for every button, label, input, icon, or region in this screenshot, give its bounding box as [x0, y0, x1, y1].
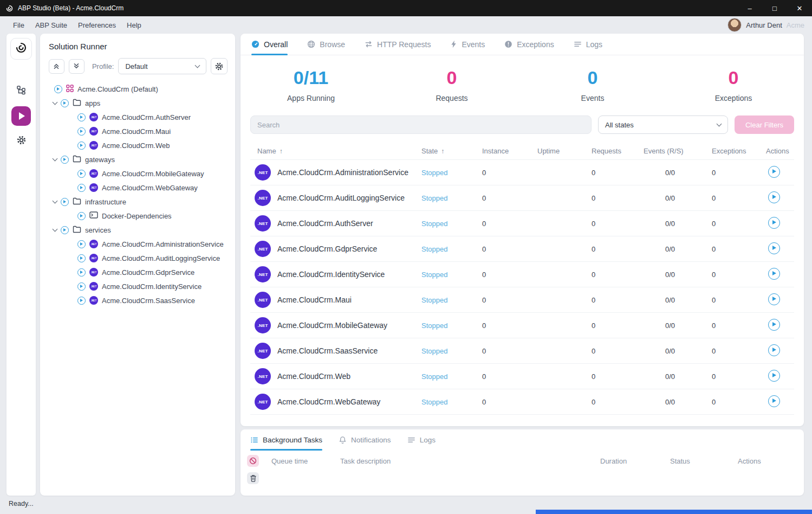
tree-item-mobilegateway[interactable]: .NET Acme.CloudCrm.MobileGateway	[40, 166, 235, 181]
header-name[interactable]: Name↑	[250, 147, 419, 155]
play-circle-icon[interactable]	[61, 226, 69, 234]
start-app-button[interactable]	[768, 344, 780, 356]
play-circle-icon[interactable]	[54, 85, 62, 93]
tree-item-identityservice[interactable]: .NET Acme.CloudCrm.IdentityService	[40, 279, 235, 293]
cancel-tasks-button[interactable]	[247, 455, 259, 467]
play-circle-icon[interactable]	[77, 170, 86, 178]
play-circle-icon[interactable]	[77, 142, 86, 150]
tab-background-tasks[interactable]: Background Tasks	[250, 429, 322, 450]
table-row[interactable]: .NETAcme.CloudCrm.WebGateway Stopped 0 0…	[250, 389, 794, 415]
chevron-down-icon[interactable]	[53, 198, 58, 203]
avatar[interactable]	[727, 18, 742, 32]
start-app-button[interactable]	[768, 293, 780, 305]
tab-http-requests[interactable]: HTTP Requests	[365, 34, 431, 55]
header-state[interactable]: State↑	[419, 147, 480, 155]
menu-help[interactable]: Help	[121, 19, 147, 31]
play-circle-icon[interactable]	[77, 282, 86, 291]
maximize-button[interactable]: □	[762, 0, 787, 16]
table-row[interactable]: .NETAcme.CloudCrm.Web Stopped 0 0 0/0 0	[250, 364, 794, 389]
header-uptime[interactable]: Uptime	[535, 147, 589, 155]
menu-abp-suite[interactable]: ABP Suite	[30, 19, 73, 31]
tree-item-label: infrastructure	[85, 198, 126, 206]
chevron-down-icon[interactable]	[53, 156, 58, 161]
solution-runner-button[interactable]	[11, 106, 31, 126]
play-circle-icon[interactable]	[61, 156, 69, 164]
table-row[interactable]: .NETAcme.CloudCrm.AuditLoggingService St…	[250, 185, 794, 211]
play-circle-icon[interactable]	[77, 212, 86, 220]
tab-events[interactable]: Events	[450, 34, 485, 55]
settings-button[interactable]	[11, 131, 31, 151]
play-circle-icon[interactable]	[77, 268, 86, 277]
tree-item-webgateway[interactable]: .NET Acme.CloudCrm.WebGateway	[40, 181, 235, 195]
start-app-button[interactable]	[768, 166, 780, 178]
header-requests[interactable]: Requests	[589, 147, 641, 155]
menu-preferences[interactable]: Preferences	[73, 19, 121, 31]
solution-explorer-button[interactable]	[11, 81, 31, 101]
tree-item-auditloggingservice[interactable]: .NET Acme.CloudCrm.AuditLoggingService	[40, 251, 235, 265]
tree-group-apps[interactable]: apps	[40, 96, 235, 110]
start-app-button[interactable]	[768, 319, 780, 331]
dotnet-icon: .NET	[255, 343, 271, 359]
tree-item-maui[interactable]: .NET Acme.CloudCrm.Maui	[40, 124, 235, 138]
tab-exceptions[interactable]: Exceptions	[504, 34, 554, 55]
table-row[interactable]: .NETAcme.CloudCrm.AuthServer Stopped 0 0…	[250, 211, 794, 236]
start-app-button[interactable]	[768, 370, 780, 382]
tab-browse[interactable]: Browse	[307, 34, 345, 55]
tab-logs[interactable]: Logs	[574, 34, 602, 55]
table-row[interactable]: .NETAcme.CloudCrm.MobileGateway Stopped …	[250, 313, 794, 338]
state-filter-select[interactable]: All states	[598, 115, 728, 134]
play-circle-icon[interactable]	[77, 297, 86, 305]
play-circle-icon[interactable]	[77, 127, 86, 136]
start-app-button[interactable]	[768, 242, 780, 254]
tree-item-saasservice[interactable]: .NET Acme.CloudCrm.SaasService	[40, 293, 235, 307]
tree-item-gdprservice[interactable]: .NET Acme.CloudCrm.GdprService	[40, 265, 235, 279]
header-instance[interactable]: Instance	[480, 147, 535, 155]
search-input[interactable]	[250, 115, 592, 134]
table-row[interactable]: .NETAcme.CloudCrm.SaasService Stopped 0 …	[250, 338, 794, 364]
tree-item-web[interactable]: .NET Acme.CloudCrm.Web	[40, 138, 235, 152]
close-button[interactable]: ✕	[787, 0, 812, 16]
folder-icon	[73, 197, 81, 207]
play-circle-icon[interactable]	[61, 198, 69, 206]
tree-group-gateways[interactable]: gateways	[40, 152, 235, 166]
profile-select[interactable]: Default	[118, 58, 206, 74]
expand-all-button[interactable]	[69, 59, 85, 74]
collapse-all-button[interactable]	[49, 59, 64, 74]
play-circle-icon[interactable]	[61, 99, 69, 107]
play-circle-icon[interactable]	[77, 184, 86, 192]
table-row[interactable]: .NETAcme.CloudCrm.IdentityService Stoppe…	[250, 262, 794, 287]
play-circle-icon[interactable]	[77, 240, 86, 248]
tree-item-solution-root[interactable]: Acme.CloudCrm (Default)	[40, 82, 235, 96]
play-circle-icon[interactable]	[77, 113, 86, 121]
start-app-button[interactable]	[768, 395, 780, 407]
app-name: Acme.CloudCrm.GdprService	[277, 245, 377, 253]
tree-item-docker-dependencies[interactable]: Docker-Dependencies	[40, 209, 235, 223]
instance-value: 0	[480, 169, 535, 177]
play-circle-icon[interactable]	[77, 254, 86, 262]
table-row[interactable]: .NETAcme.CloudCrm.Maui Stopped 0 0 0/0 0	[250, 287, 794, 313]
chevron-down-icon[interactable]	[53, 226, 58, 232]
tree-group-services[interactable]: services	[40, 223, 235, 237]
abp-studio-logo-button[interactable]	[10, 38, 32, 60]
profile-settings-button[interactable]	[211, 58, 228, 74]
start-app-button[interactable]	[768, 268, 780, 280]
minimize-button[interactable]: –	[737, 0, 762, 16]
chevron-down-icon[interactable]	[53, 99, 58, 105]
tab-overall[interactable]: Overall	[251, 34, 288, 55]
tree-item-authserver[interactable]: .NET Acme.CloudCrm.AuthServer	[40, 110, 235, 124]
tab-notifications[interactable]: Notifications	[339, 429, 391, 450]
start-app-button[interactable]	[768, 217, 780, 229]
clear-tasks-button[interactable]	[247, 472, 259, 484]
tree-item-administrationservice[interactable]: .NET Acme.CloudCrm.AdministrationService	[40, 237, 235, 251]
table-row[interactable]: .NETAcme.CloudCrm.AdministrationService …	[250, 160, 794, 185]
header-events[interactable]: Events (R/S)	[641, 147, 710, 155]
header-exceptions[interactable]: Exceptions	[710, 147, 764, 155]
state-badge: Stopped	[419, 220, 480, 228]
gear-icon	[16, 135, 27, 147]
menu-file[interactable]: File	[8, 19, 30, 31]
tab-bottom-logs[interactable]: Logs	[407, 429, 436, 450]
start-app-button[interactable]	[768, 191, 780, 203]
tree-group-infrastructure[interactable]: infrastructure	[40, 195, 235, 209]
table-row[interactable]: .NETAcme.CloudCrm.GdprService Stopped 0 …	[250, 236, 794, 262]
clear-filters-button[interactable]: Clear Filters	[735, 115, 794, 134]
